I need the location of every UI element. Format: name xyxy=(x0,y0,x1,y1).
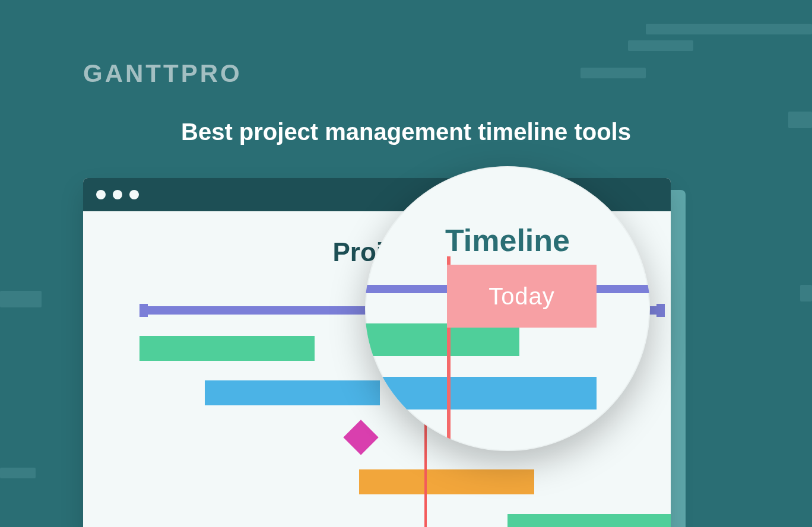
magnifier-lens: Timeline Today xyxy=(365,166,650,451)
gantt-task-bar xyxy=(508,514,671,527)
window-control-icon xyxy=(113,190,122,199)
decoration-bar xyxy=(0,291,42,307)
today-flag-label: Today xyxy=(489,283,555,310)
decoration-bar xyxy=(646,24,812,34)
gantt-summary-cap xyxy=(139,304,148,317)
decoration-bar xyxy=(0,468,36,478)
decoration-bar xyxy=(628,40,693,51)
magnifier-title: Timeline xyxy=(365,223,650,258)
today-flag: Today xyxy=(447,265,597,328)
window-control-icon xyxy=(96,190,106,199)
gantt-task-bar xyxy=(139,336,315,361)
gantt-summary-cap xyxy=(656,304,665,317)
page-headline: Best project management timeline tools xyxy=(0,119,812,145)
brand-logo: GANTTPRO xyxy=(83,59,242,88)
gantt-task-bar xyxy=(365,323,519,356)
decoration-bar xyxy=(800,285,812,301)
decoration-bar xyxy=(581,68,646,78)
gantt-task-bar xyxy=(205,380,380,405)
window-control-icon xyxy=(129,190,139,199)
gantt-milestone-icon xyxy=(343,420,378,455)
gantt-task-bar xyxy=(359,469,534,494)
